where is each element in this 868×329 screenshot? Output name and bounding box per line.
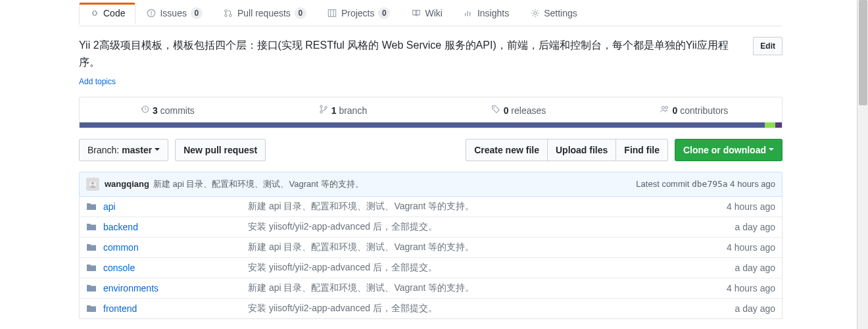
branch-label: Branch:: [87, 145, 119, 155]
tab-issues[interactable]: Issues 0: [135, 2, 212, 24]
history-icon: [140, 104, 150, 114]
tab-settings[interactable]: Settings: [519, 3, 588, 24]
tag-icon: [491, 104, 501, 114]
tab-pull-requests[interactable]: Pull requests 0: [213, 2, 317, 24]
repo-description: Yii 2高级项目模板，模板包括四个层：接口(实现 RESTful 风格的 We…: [79, 37, 742, 70]
add-topics-link[interactable]: Add topics: [79, 77, 116, 86]
file-age: a day ago: [735, 303, 776, 314]
wiki-icon: [411, 8, 421, 18]
file-commit-message[interactable]: 新建 api 目录、配置和环境、测试、Vagrant 等的支持。: [248, 241, 727, 253]
tab-insights[interactable]: Insights: [453, 3, 519, 24]
language-segment: [775, 122, 782, 128]
latest-commit-bar: wangqiang 新建 api 目录、配置和环境、测试、Vagrant 等的支…: [79, 172, 783, 197]
language-segment: [422, 122, 508, 128]
file-commit-message[interactable]: 安装 yiisoft/yii2-app-advanced 后，全部提交。: [248, 262, 735, 274]
new-pull-request-button[interactable]: New pull request: [175, 139, 266, 161]
file-name-link[interactable]: environments: [103, 283, 248, 293]
file-commit-message[interactable]: 安装 yiisoft/yii2-app-advanced 后，全部提交。: [248, 303, 735, 315]
table-row: frontend安装 yiisoft/yii2-app-advanced 后，全…: [80, 298, 782, 318]
tab-projects[interactable]: Projects 0: [317, 2, 401, 24]
issue-icon: [146, 8, 156, 18]
svg-point-2: [151, 14, 152, 15]
svg-point-18: [662, 106, 665, 109]
tab-label: Projects: [341, 8, 375, 18]
file-commit-message[interactable]: 安装 yiisoft/yii2-app-advanced 后，全部提交。: [248, 221, 735, 233]
gear-icon: [530, 8, 540, 18]
stat-label: commits: [160, 105, 195, 116]
stat-commits[interactable]: 3 commits: [80, 97, 255, 122]
commit-sha[interactable]: dbe795a: [692, 179, 728, 189]
stat-label: contributors: [680, 105, 728, 116]
edit-button[interactable]: Edit: [753, 37, 783, 55]
file-name-link[interactable]: backend: [103, 222, 248, 232]
tab-code[interactable]: Code: [79, 3, 135, 24]
scrollbar-thumb[interactable]: [859, 0, 867, 105]
clone-download-button[interactable]: Clone or download: [675, 139, 783, 161]
commit-age: 4 hours ago: [730, 179, 775, 189]
folder-icon: [86, 263, 97, 273]
svg-point-21: [91, 182, 94, 184]
tab-label: Pull requests: [237, 8, 291, 18]
commit-message[interactable]: 新建 api 目录、配置和环境、测试、Vagrant 等的支持。: [153, 178, 364, 190]
file-name-link[interactable]: api: [103, 201, 248, 212]
folder-icon: [86, 283, 97, 293]
svg-point-16: [325, 106, 327, 108]
svg-point-15: [320, 111, 322, 113]
tab-counter: 0: [295, 7, 306, 19]
caret-down-icon: [769, 148, 774, 153]
create-new-file-button[interactable]: Create new file: [466, 139, 548, 161]
stat-label: releases: [511, 105, 546, 116]
folder-icon: [86, 242, 97, 253]
upload-files-button[interactable]: Upload files: [547, 139, 616, 161]
language-bar[interactable]: [80, 122, 782, 128]
graph-icon: [464, 8, 473, 18]
stat-count: 0: [673, 105, 678, 116]
language-segment: [594, 122, 679, 128]
latest-commit-label: Latest commit: [636, 179, 689, 189]
language-segment: [765, 122, 775, 128]
background-page-sliver: [0, 0, 13, 329]
branch-select-button[interactable]: Branch:master: [79, 139, 168, 161]
stat-count: 0: [504, 105, 509, 116]
file-commit-message[interactable]: 新建 api 目录、配置和环境、测试、Vagrant 等的支持。: [248, 282, 727, 294]
stat-contributors[interactable]: 0 contributors: [606, 97, 782, 122]
avatar[interactable]: [86, 178, 99, 191]
stat-count: 1: [331, 105, 337, 116]
table-row: backend安装 yiisoft/yii2-app-advanced 后，全部…: [80, 216, 782, 237]
file-age: 4 hours ago: [727, 242, 775, 253]
find-file-button[interactable]: Find file: [615, 139, 668, 161]
stat-releases[interactable]: 0 releases: [431, 97, 606, 122]
language-segment: [337, 122, 422, 128]
table-row: api新建 api 目录、配置和环境、测试、Vagrant 等的支持。4 hou…: [80, 197, 782, 216]
file-name-link[interactable]: console: [103, 263, 248, 273]
clone-label: Clone or download: [683, 145, 766, 155]
tab-counter: 0: [378, 7, 390, 19]
repo-tabs: Code Issues 0 Pull requests 0 Projects 0…: [79, 0, 783, 26]
tab-wiki[interactable]: Wiki: [400, 3, 452, 24]
tab-counter: 0: [191, 7, 203, 19]
svg-rect-6: [329, 9, 336, 16]
people-icon: [660, 104, 670, 114]
file-age: a day ago: [735, 222, 776, 232]
tab-label: Settings: [544, 8, 577, 18]
pr-icon: [224, 8, 233, 18]
scrollbar[interactable]: [857, 0, 868, 329]
svg-point-12: [533, 11, 536, 14]
file-name-link[interactable]: common: [103, 242, 248, 253]
folder-icon: [86, 222, 97, 232]
commit-author[interactable]: wangqiang: [105, 179, 149, 189]
language-segment: [508, 122, 593, 128]
file-commit-message[interactable]: 新建 api 目录、配置和环境、测试、Vagrant 等的支持。: [248, 201, 727, 213]
folder-icon: [86, 201, 97, 212]
project-icon: [327, 8, 337, 18]
svg-point-17: [494, 107, 495, 108]
tab-label: Issues: [160, 8, 186, 18]
stat-branches[interactable]: 1 branch: [255, 97, 431, 122]
file-name-link[interactable]: frontend: [103, 303, 248, 314]
stat-label: branch: [339, 105, 367, 116]
table-row: common新建 api 目录、配置和环境、测试、Vagrant 等的支持。4 …: [80, 237, 782, 257]
svg-point-14: [320, 105, 322, 107]
file-age: 4 hours ago: [727, 201, 775, 212]
code-icon: [89, 9, 99, 18]
repo-stats-bar: 3 commits 1 branch 0 releases 0 contribu…: [79, 97, 783, 128]
